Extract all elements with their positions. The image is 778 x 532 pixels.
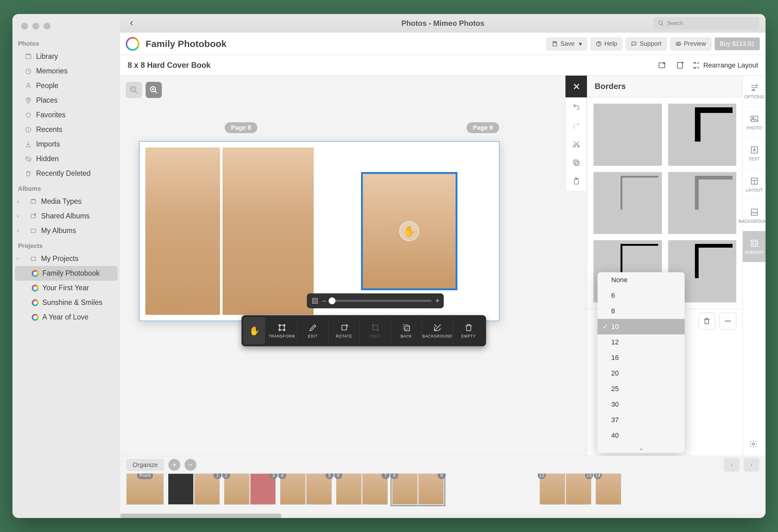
copy-button[interactable] [565,153,587,172]
back-tool[interactable]: BACK [391,317,422,344]
dd-37[interactable]: 37 [598,412,685,428]
dd-10[interactable]: 10 [598,319,685,335]
disclosure-icon[interactable]: › [15,228,20,234]
sidebar-media-types[interactable]: Media Types [20,194,120,209]
dd-25[interactable]: 25 [598,381,685,397]
empty-tool[interactable]: EMPTY [453,317,484,344]
dd-none[interactable]: None [598,272,685,288]
add-spread-button[interactable]: + [168,459,180,471]
support-button[interactable]: Support [625,37,667,51]
sidebar-recents[interactable]: Recents [15,122,118,137]
sidebar-my-albums[interactable]: My Albums [20,224,120,238]
hand-tool[interactable]: ✋ [243,317,265,344]
close-panel-button[interactable]: ✕ [565,76,587,97]
settings-button[interactable] [743,433,766,456]
sidebar-library[interactable]: Library [15,49,118,64]
dd-40[interactable]: 40 [598,428,685,443]
max-dot[interactable] [44,23,51,29]
photo-zoom-slider[interactable]: – + [307,293,444,308]
tab-photo[interactable]: PHOTO [743,107,766,138]
photo-slot[interactable] [145,148,220,315]
sidebar-shared-albums[interactable]: Shared Albums [20,209,120,224]
thumb-front[interactable]: Front [126,473,164,511]
sidebar-hidden[interactable]: Hidden [15,152,118,166]
min-dot[interactable] [32,23,39,29]
sidebar-recently-deleted[interactable]: Recently Deleted [15,166,118,181]
preview-button[interactable]: Preview [670,37,711,51]
thumb-spread-2-3[interactable]: 23 [224,473,276,511]
border-option-none[interactable] [594,104,662,166]
more-border-button[interactable] [719,313,736,330]
border-option-black-thick[interactable] [668,104,736,166]
sidebar-places[interactable]: Places [15,93,118,108]
undo-button[interactable] [565,97,587,116]
disclosure-open-icon[interactable]: › [15,257,21,261]
zoom-plus[interactable]: + [436,297,440,305]
svg-rect-34 [575,162,579,166]
thumb-spread-6-7[interactable]: 67 [336,473,388,511]
cut-button[interactable] [565,135,587,153]
sidebar-memories[interactable]: Memories [15,64,118,78]
prev-page-button[interactable]: ‹ [724,458,740,472]
border-option-gray-thin[interactable] [594,172,662,234]
rearrange-button[interactable]: Rearrange Layout [692,61,758,69]
slider-track[interactable] [330,300,432,302]
tab-layout[interactable]: LAYOUT [743,169,766,200]
tab-border[interactable]: BORDER [743,231,766,262]
buy-button[interactable]: Buy $113.91 [714,37,760,51]
slider-thumb[interactable] [329,297,335,304]
move-handle-icon[interactable]: ✋ [399,221,419,241]
dd-12[interactable]: 12 [598,335,685,350]
thumb-spread-1[interactable]: 1 [168,473,220,511]
close-dot[interactable] [21,23,28,29]
disclosure-icon[interactable]: › [15,198,20,205]
border-option-gray-med[interactable] [668,172,736,234]
crop-tool[interactable]: CROP [360,317,391,344]
dd-scroll-icon[interactable]: ⌄ [598,443,685,453]
sidebar-people[interactable]: People [15,78,118,93]
thumb-spread-8-9[interactable]: 89 [392,473,444,511]
add-page-button[interactable] [674,59,687,72]
sidebar-project-family[interactable]: Family Photobook [15,266,118,281]
disclosure-icon[interactable]: › [15,213,20,219]
trash-icon [24,170,32,178]
photo-slot[interactable] [223,148,314,315]
tab-background[interactable]: BACKGROUND [743,200,766,231]
save-button[interactable]: Save▾ [546,37,588,51]
thumb-scrollbar-thumb[interactable] [120,514,282,518]
tab-options[interactable]: OPTIONS [743,76,766,107]
sidebar-project-first-year[interactable]: Your First Year [15,281,118,295]
dd-20[interactable]: 20 [598,366,685,381]
help-button[interactable]: Help [590,37,622,51]
edit-tool[interactable]: EDIT [298,317,329,344]
thumb-spread-14[interactable]: 14 [596,473,621,511]
zoom-minus[interactable]: – [322,297,326,305]
remove-spread-button[interactable]: − [184,459,197,471]
paste-button[interactable] [565,172,587,191]
dd-16[interactable]: 16 [598,350,685,366]
add-photo-button[interactable] [656,59,669,72]
sidebar-imports[interactable]: Imports [15,137,118,152]
selected-photo[interactable]: ✋ [361,172,458,290]
back-button[interactable] [126,18,137,29]
sidebar-my-projects[interactable]: My Projects [20,251,120,266]
transform-tool[interactable]: TRANSFORM [266,317,298,344]
dd-30[interactable]: 30 [598,397,685,412]
search-input[interactable]: Search [653,17,759,29]
tab-text[interactable]: TEXT [743,138,766,169]
next-page-button[interactable]: › [744,458,759,472]
thumb-spread-4-5[interactable]: 45 [280,473,332,511]
delete-border-button[interactable] [698,313,715,330]
rotate-tool[interactable]: ROTATE [329,317,360,344]
thumb-scrollbar[interactable] [120,514,766,518]
thumb-spread-12-13[interactable]: 1213 [540,473,591,511]
dd-6[interactable]: 6 [598,288,685,303]
sidebar-project-year-of-love[interactable]: A Year of Love [15,310,118,325]
thumbnails[interactable]: Front 1 23 45 67 89 1213 14 [120,473,766,514]
dd-8[interactable]: 8 [598,303,685,319]
organize-button[interactable]: Organize [126,459,164,471]
book-page-left[interactable] [140,142,319,321]
sidebar-project-sunshine[interactable]: Sunshine & Smiles [15,295,118,310]
background-tool[interactable]: BACKGROUND [422,317,453,344]
sidebar-favorites[interactable]: Favorites [15,108,118,122]
